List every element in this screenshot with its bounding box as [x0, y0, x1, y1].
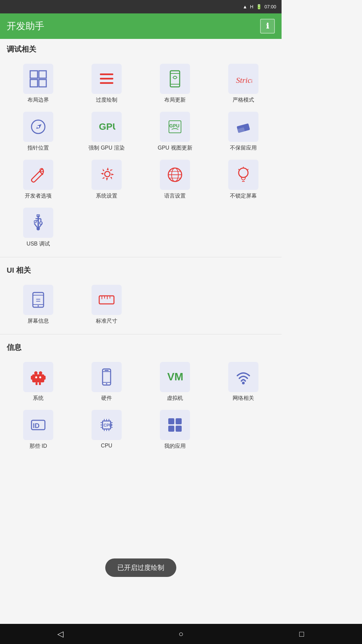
label-hardware: 硬件 — [101, 395, 112, 402]
menu-icon — [98, 70, 115, 88]
icon-box-vm: VM — [160, 362, 190, 392]
cpu-icon: CPU — [98, 416, 115, 434]
status-bar: ▲ H 🔋 07:00 — [0, 0, 282, 13]
globe-icon — [166, 166, 184, 183]
svg-rect-85 — [168, 418, 174, 424]
icon-box-my-app — [160, 410, 190, 440]
label-no-lock: 不锁定屏幕 — [230, 193, 257, 200]
phone-layout-icon — [166, 70, 184, 88]
svg-rect-58 — [36, 382, 38, 385]
item-gpu-view[interactable]: GPU GPU 视图更新 — [141, 108, 209, 156]
svg-line-29 — [247, 169, 248, 170]
item-cpu[interactable]: CPU CPU — [72, 406, 141, 454]
icon-box-system — [23, 362, 53, 392]
item-force-gpu[interactable]: GPU 强制 GPU 渲染 — [72, 108, 141, 156]
svg-rect-38 — [40, 222, 42, 224]
item-those-id[interactable]: ID 那些 ID — [4, 406, 72, 454]
item-layout-border[interactable]: 布局边界 — [4, 60, 72, 108]
svg-point-61 — [39, 376, 41, 378]
item-layout-update[interactable]: 布局更新 — [141, 60, 209, 108]
icon-box-std-size — [92, 285, 122, 315]
svg-text:VM: VM — [167, 371, 183, 383]
item-sys-settings[interactable]: 系统设置 — [72, 156, 141, 204]
item-overdraw[interactable]: 过度绘制 — [72, 60, 141, 108]
item-vm[interactable]: VM 虚拟机 — [141, 358, 209, 406]
svg-point-20 — [105, 170, 111, 176]
svg-rect-48 — [99, 296, 114, 304]
grid-icon — [29, 70, 47, 88]
item-system[interactable]: 系统 — [4, 358, 72, 406]
item-usb-debug[interactable]: USB 调试 — [4, 204, 72, 252]
info-grid: 系统 硬件 VM 虚拟机 — [0, 355, 282, 457]
svg-point-53 — [34, 371, 38, 375]
ui-grid: 屏幕信息 标准尺寸 — [0, 278, 282, 331]
label-strict-mode: 严格模式 — [233, 97, 254, 104]
label-network: 网络相关 — [233, 395, 254, 402]
time: 07:00 — [264, 4, 276, 9]
back-button[interactable]: ◁ — [50, 627, 70, 641]
icon-box-screen-info — [23, 285, 53, 315]
home-button[interactable]: ○ — [171, 627, 191, 641]
label-force-gpu: 强制 GPU 渲染 — [88, 145, 125, 152]
label-dev-options: 开发者选项 — [25, 193, 52, 200]
icon-box-force-gpu: GPU — [92, 112, 122, 142]
item-no-lock[interactable]: 不锁定屏幕 — [209, 156, 278, 204]
icon-box-no-lock — [228, 160, 258, 190]
svg-point-47 — [38, 305, 39, 307]
strict-icon: Strict — [235, 70, 252, 88]
icon-box-layout-border — [23, 64, 53, 94]
item-network[interactable]: 网络相关 — [209, 358, 278, 406]
label-usb-debug: USB 调试 — [26, 240, 50, 248]
item-lang-settings[interactable]: 语言设置 — [141, 156, 209, 204]
icon-box-layout-update — [160, 64, 190, 94]
pointer-icon — [29, 118, 47, 136]
svg-point-12 — [37, 126, 39, 128]
gpu-icon: GPU — [98, 118, 115, 136]
svg-rect-2 — [30, 79, 38, 87]
android-icon — [29, 368, 47, 386]
svg-text:GPU: GPU — [169, 123, 179, 128]
svg-point-40 — [37, 227, 40, 230]
icon-box-those-id: ID — [23, 410, 53, 440]
svg-rect-59 — [39, 382, 41, 385]
icon-box-strict-mode: Strict — [228, 64, 258, 94]
label-layout-border: 布局边界 — [27, 97, 49, 104]
icon-box-pointer — [23, 112, 53, 142]
svg-rect-4 — [100, 73, 113, 75]
label-lang-settings: 语言设置 — [164, 193, 186, 200]
icon-box-usb-debug — [23, 208, 53, 238]
label-layout-update: 布局更新 — [164, 97, 186, 104]
item-my-app[interactable]: 我的应用 — [141, 406, 209, 454]
item-std-size[interactable]: 标准尺寸 — [72, 281, 141, 329]
item-pointer[interactable]: 指针位置 — [4, 108, 72, 156]
icon-box-overdraw — [92, 64, 122, 94]
screen-icon — [29, 291, 47, 309]
item-dev-options[interactable]: 开发者选项 — [4, 156, 72, 204]
id-icon: ID — [29, 416, 47, 434]
item-strict-mode[interactable]: Strict 严格模式 — [209, 60, 278, 108]
item-screen-info[interactable]: 屏幕信息 — [4, 281, 72, 329]
icon-box-lang-settings — [160, 160, 190, 190]
signal-icon: ▲ — [243, 4, 247, 9]
svg-rect-86 — [176, 418, 182, 424]
toast-message: 已开启过度绘制 — [105, 558, 176, 577]
bottom-navigation: ◁ ○ □ — [0, 624, 282, 644]
svg-text:ID: ID — [33, 422, 40, 429]
info-button[interactable]: ℹ — [260, 19, 275, 34]
svg-rect-57 — [44, 376, 46, 380]
eraser-icon — [235, 118, 252, 136]
svg-rect-56 — [31, 376, 33, 380]
section-ui-header: UI 相关 — [0, 260, 282, 278]
svg-rect-88 — [176, 426, 182, 432]
item-hardware[interactable]: 硬件 — [72, 358, 141, 406]
icon-box-dev-options — [23, 160, 53, 190]
gpu2-icon: GPU — [166, 118, 184, 136]
divider-2 — [0, 334, 282, 334]
svg-rect-87 — [168, 426, 174, 432]
item-no-save-app[interactable]: 不保留应用 — [209, 108, 278, 156]
svg-point-26 — [239, 168, 248, 177]
phone2-icon — [98, 368, 115, 386]
svg-point-65 — [106, 383, 107, 384]
section-debug-header: 调试相关 — [0, 39, 282, 57]
label-system: 系统 — [33, 395, 44, 402]
